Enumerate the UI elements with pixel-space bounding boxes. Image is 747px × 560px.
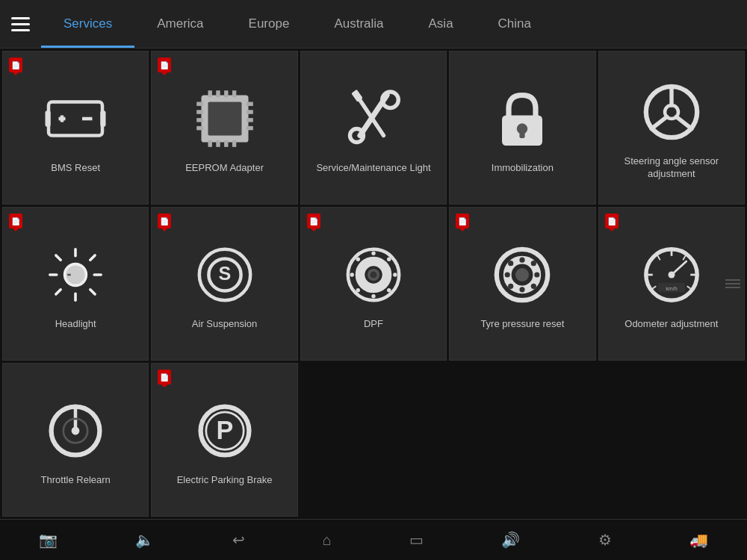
headlight-label: Headlight [55,318,96,331]
svg-rect-10 [224,90,228,97]
svg-text:S: S [218,263,231,284]
svg-line-44 [90,289,95,293]
grid-item-immobilization[interactable]: Immobilization [449,51,595,205]
svg-point-68 [505,272,510,277]
badge-dpf: 📄 [307,214,320,228]
svg-line-81 [686,286,690,289]
grid-item-air-suspension[interactable]: 📄 S Air Suspension [151,207,297,361]
header: Services America Europe Australia Asia C… [0,0,747,49]
grid-item-dpf[interactable]: 📄 DPF [300,207,447,361]
svg-rect-17 [196,110,203,113]
badge-tyre: 📄 [456,214,469,228]
svg-point-59 [356,257,360,261]
svg-point-71 [531,283,536,288]
nav-tabs: Services America Europe Australia Asia C… [41,0,747,48]
svg-point-56 [371,294,375,298]
tab-asia[interactable]: Asia [406,0,476,48]
service-light-label: Service/Maintenance Light [316,162,430,175]
home-icon[interactable]: ⌂ [315,528,339,553]
svg-line-82 [652,286,656,289]
service-light-icon [336,81,411,156]
svg-rect-2 [100,111,105,127]
throttle-icon [38,393,113,468]
svg-point-69 [535,272,540,277]
svg-point-67 [520,287,525,292]
svg-rect-8 [208,90,211,97]
services-grid: 📄 BMS Reset 📄 [0,49,747,519]
svg-point-55 [371,251,375,255]
svg-rect-0 [49,102,102,135]
svg-rect-31 [520,128,525,138]
menu-button[interactable] [0,17,41,31]
immobilization-icon [485,81,560,156]
svg-point-62 [356,288,360,292]
svg-point-72 [531,261,536,266]
volume-down-icon[interactable]: 🔈 [128,527,161,553]
svg-rect-1 [46,111,51,127]
svg-line-83 [672,261,686,275]
grid-item-parking-brake[interactable]: 📄 P Electric Parking Brake [151,363,297,517]
tab-china[interactable]: China [476,0,554,48]
svg-point-65 [515,268,529,281]
svg-rect-15 [232,140,235,146]
grid-item-tyre-pressure[interactable]: 📄 Tyre pressure reset [449,207,595,361]
svg-point-60 [387,288,391,292]
tab-australia[interactable]: Australia [311,0,406,48]
svg-point-61 [387,257,391,261]
tyre-icon [485,237,560,312]
svg-rect-22 [246,118,252,122]
settings-icon[interactable]: ⚙ [591,527,619,553]
svg-rect-12 [208,140,211,146]
svg-rect-18 [196,118,203,122]
car-icon[interactable]: 🚚 [682,527,716,553]
badge-eeprom: 📄 [158,57,171,72]
svg-rect-21 [246,110,252,113]
badge-odometer: 📄 [605,214,619,228]
svg-point-57 [350,273,353,276]
grid-item-throttle-relearn[interactable]: Throttle Relearn [2,363,149,517]
grid-item-steering[interactable]: Steering angle sensor adjustment [598,51,745,205]
immobilization-label: Immobilization [492,162,554,175]
svg-rect-13 [216,140,220,146]
volume-up-icon[interactable]: 🔊 [494,527,527,553]
tyre-label: Tyre pressure reset [480,318,564,331]
svg-point-66 [520,257,525,262]
parking-brake-icon: P [187,393,262,468]
grid-item-service-light[interactable]: Service/Maintenance Light [300,51,447,205]
grid-item-bms-reset[interactable]: 📄 BMS Reset [2,51,149,205]
svg-point-88 [72,426,80,435]
svg-point-58 [393,273,397,276]
svg-line-45 [90,255,95,259]
svg-rect-11 [232,90,235,97]
recent-apps-icon[interactable]: ▭ [402,527,431,553]
camera-icon[interactable]: 📷 [31,527,65,553]
badge-bms: 📄 [9,57,22,72]
svg-rect-19 [196,125,203,129]
svg-line-36 [676,116,692,128]
tab-europe[interactable]: Europe [226,0,312,48]
back-icon[interactable]: ↩ [225,527,252,553]
svg-rect-14 [224,140,228,146]
badge-parking: 📄 [158,370,171,385]
headlight-icon [38,237,113,312]
grid-item-headlight[interactable]: 📄 Headlight [2,207,149,361]
parking-brake-label: Electric Parking Brake [177,474,273,487]
air-suspension-label: Air Suspension [192,318,257,331]
svg-rect-23 [246,125,252,129]
svg-line-80 [657,255,660,259]
tab-services[interactable]: Services [41,0,134,48]
dpf-icon [336,237,411,312]
svg-line-43 [56,255,61,259]
steering-icon [634,75,709,149]
air-suspension-icon: S [187,237,262,312]
grid-item-odometer[interactable]: 📄 km/h Odometer adju [598,207,745,361]
svg-line-35 [651,116,667,128]
scroll-indicator [725,279,740,288]
odometer-label: Odometer adjustment [624,318,718,331]
badge-suspension: 📄 [158,214,171,228]
steering-label: Steering angle sensor adjustment [603,155,740,181]
tab-america[interactable]: America [134,0,226,48]
bms-label: BMS Reset [51,162,100,175]
grid-item-eeprom[interactable]: 📄 [151,51,297,205]
svg-point-73 [508,283,513,288]
